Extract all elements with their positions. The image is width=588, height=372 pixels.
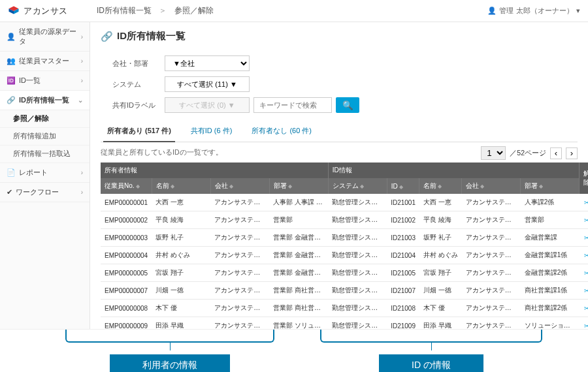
table-row: EMP00000005宮坂 翔子アカンサステクノ営業部 金融営業課 金融営業課2… bbox=[101, 264, 588, 282]
logo: アカンサス bbox=[8, 5, 90, 17]
users-icon: 👥 bbox=[7, 57, 16, 65]
th-name[interactable]: 名前◆ bbox=[152, 178, 210, 194]
breadcrumb-2: 参照／解除 bbox=[174, 6, 214, 15]
table-row: EMP00000001大西 一恵アカンサステクノ人事部 人事課 人事2係勤怠管理… bbox=[101, 194, 588, 211]
search-button[interactable]: 🔍 bbox=[336, 97, 359, 113]
th-id-dept[interactable]: 部署◆ bbox=[521, 178, 580, 194]
filter-org-select[interactable]: ▼全社 bbox=[165, 55, 250, 71]
sidebar-sub-import[interactable]: 所有情報一括取込 bbox=[0, 146, 90, 163]
table-row: EMP00000002平良 綾海アカンサステクノ営業部勤怠管理システムID210… bbox=[101, 211, 588, 229]
page-size-select[interactable]: 1 bbox=[481, 146, 506, 160]
th-system[interactable]: システム◆ bbox=[328, 178, 387, 194]
filter-system-label: システム bbox=[112, 80, 165, 89]
unlink-button[interactable]: ✂ bbox=[580, 211, 588, 229]
prev-page-button[interactable]: ‹ bbox=[550, 147, 562, 159]
th-group-id: ID情報 bbox=[328, 163, 580, 178]
main: 🔗 ID所有情報一覧 会社・部署 ▼全社 システム すべて選択 (11) ▼ 共… bbox=[90, 22, 588, 329]
ownership-table: 所有者情報 ID情報 解除 従業員No.◆ 名前◆ 会社◆ 部署◆ システム◆ … bbox=[101, 163, 588, 329]
pager: 1 ／52ページ ‹ › bbox=[481, 146, 578, 160]
sidebar-item-master[interactable]: 👥従業員マスター› bbox=[0, 52, 90, 71]
page-title: 🔗 ID所有情報一覧 bbox=[101, 30, 578, 42]
chevron-right-icon: › bbox=[81, 57, 83, 65]
th-dept[interactable]: 部署◆ bbox=[269, 178, 328, 194]
sidebar-item-source[interactable]: 👤従業員の源泉データ› bbox=[0, 22, 90, 52]
breadcrumb-1[interactable]: ID所有情報一覧 bbox=[97, 6, 152, 15]
tab-shared[interactable]: 共有ID (6 件) bbox=[187, 122, 237, 142]
chevron-down-icon: ▾ bbox=[576, 7, 580, 15]
unlink-button[interactable]: ✂ bbox=[580, 264, 588, 282]
unlink-button[interactable]: ✂ bbox=[580, 282, 588, 300]
filter-shared-label: 共有IDラベル bbox=[112, 101, 165, 110]
table-row: EMP00000007川畑 一徳アカンサステクノ営業部 商社営業課 商社営業課1… bbox=[101, 282, 588, 300]
callout-user-info: 利用者の情報 bbox=[110, 354, 230, 372]
unlink-button[interactable]: ✂ bbox=[580, 229, 588, 247]
filter-panel: 会社・部署 ▼全社 システム すべて選択 (11) ▼ 共有IDラベル すべて選… bbox=[101, 50, 578, 122]
tab-no-owner[interactable]: 所有者なし (60 件) bbox=[248, 122, 316, 142]
next-page-button[interactable]: › bbox=[566, 147, 578, 159]
filter-org-label: 会社・部署 bbox=[112, 59, 165, 69]
sidebar-item-workflow[interactable]: ✔ワークフロー› bbox=[0, 183, 90, 202]
sidebar-sub-add[interactable]: 所有情報追加 bbox=[0, 128, 90, 146]
sidebar: 👤従業員の源泉データ› 👥従業員マスター› 🆔ID一覧› 🔗ID所有情報一覧⌄ … bbox=[0, 22, 90, 329]
th-company[interactable]: 会社◆ bbox=[210, 178, 269, 194]
sidebar-item-report[interactable]: 📄レポート› bbox=[0, 163, 90, 183]
filter-system-select[interactable]: すべて選択 (11) ▼ bbox=[165, 76, 250, 92]
breadcrumb: ID所有情報一覧 ＞ 参照／解除 bbox=[90, 5, 487, 16]
unlink-button[interactable]: ✂ bbox=[580, 247, 588, 264]
chevron-down-icon: ⌄ bbox=[78, 97, 83, 104]
unlink-button[interactable]: ✂ bbox=[580, 194, 588, 211]
logo-icon bbox=[8, 5, 20, 17]
brand-name: アカンサス bbox=[24, 5, 68, 17]
table-row: EMP00000003坂野 礼子アカンサステクノ営業部 金融営業課勤怠管理システ… bbox=[101, 229, 588, 247]
table-row: EMP00000009田添 早織アカンサステクノ営業部 ソリューション営業勤怠管… bbox=[101, 317, 588, 330]
sidebar-item-idlist[interactable]: 🆔ID一覧› bbox=[0, 71, 90, 91]
annotation-callouts: 利用者の情報 ID の情報 bbox=[0, 330, 588, 372]
th-action: 解除 bbox=[580, 163, 588, 194]
link-icon: 🔗 bbox=[7, 96, 16, 104]
topbar: アカンサス ID所有情報一覧 ＞ 参照／解除 👤 管理 太郎（オーナー） ▾ bbox=[0, 0, 588, 22]
user-menu[interactable]: 👤 管理 太郎（オーナー） ▾ bbox=[487, 6, 580, 16]
callout-id-info: ID の情報 bbox=[379, 354, 483, 372]
filter-keyword-input[interactable] bbox=[253, 97, 332, 113]
table-row: EMP00000008木下 優アカンサステクノ営業部 商社営業課 商社営業課2係… bbox=[101, 300, 588, 317]
th-empno[interactable]: 従業員No.◆ bbox=[101, 178, 152, 194]
chevron-right-icon: › bbox=[81, 189, 83, 196]
tabs: 所有者あり (517 件) 共有ID (6 件) 所有者なし (60 件) bbox=[101, 122, 578, 142]
user-icon: 👤 bbox=[487, 7, 497, 15]
link-icon: 🔗 bbox=[101, 31, 113, 42]
th-id[interactable]: ID◆ bbox=[387, 178, 419, 194]
th-group-owner: 所有者情報 bbox=[101, 163, 328, 178]
unlink-button[interactable]: ✂ bbox=[580, 300, 588, 317]
th-id-company[interactable]: 会社◆ bbox=[462, 178, 521, 194]
chevron-right-icon: › bbox=[81, 77, 83, 84]
table-row: EMP00000004井村 めぐみアカンサステクノ営業部 金融営業課 金融営業課… bbox=[101, 247, 588, 264]
chevron-right-icon: › bbox=[81, 169, 83, 176]
id-icon: 🆔 bbox=[7, 76, 16, 85]
chevron-right-icon: › bbox=[81, 33, 83, 40]
unlink-button[interactable]: ✂ bbox=[580, 317, 588, 330]
sidebar-sub-view[interactable]: 参照／解除 bbox=[0, 110, 90, 128]
check-icon: ✔ bbox=[7, 188, 12, 196]
user-icon: 👤 bbox=[7, 33, 16, 41]
sidebar-item-ownership[interactable]: 🔗ID所有情報一覧⌄ bbox=[0, 91, 90, 110]
th-id-name[interactable]: 名前◆ bbox=[419, 178, 462, 194]
table-note: 従業員と所有しているIDの一覧です。 bbox=[101, 148, 223, 157]
filter-shared-select[interactable]: すべて選択 (0) ▼ bbox=[165, 97, 250, 113]
tab-has-owner[interactable]: 所有者あり (517 件) bbox=[103, 122, 175, 142]
search-icon: 🔍 bbox=[342, 101, 353, 110]
report-icon: 📄 bbox=[7, 168, 16, 177]
